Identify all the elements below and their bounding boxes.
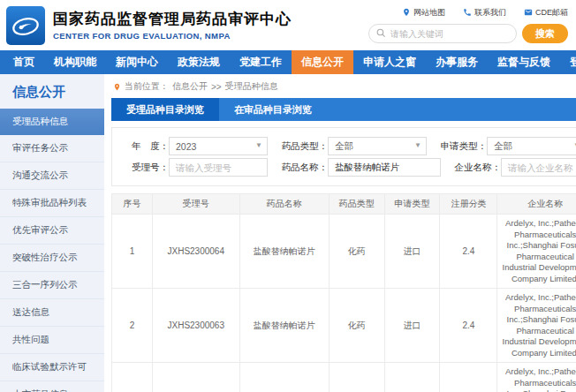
cell-drug_name: 盐酸替纳帕诺片 — [239, 215, 329, 289]
site-title: 国家药品监督管理局药品审评中心 — [53, 11, 368, 28]
chevron-down-icon: ▼ — [414, 141, 421, 149]
year-select-value: 2023 — [176, 141, 196, 152]
records-table: 序号受理号药品名称药品类型申请类型注册分类企业名称承办日期 1JXHS23000… — [111, 193, 576, 392]
sidebar: 信息公开 受理品种信息审评任务公示沟通交流公示特殊审批品种列表优先审评公示突破性… — [0, 74, 104, 392]
cell-reg_class: 2.4 — [440, 363, 497, 392]
tab-bar: 受理品种目录浏览在审品种目录浏览 — [111, 98, 576, 121]
sidebar-item-特殊审批品种列表[interactable]: 特殊审批品种列表 — [0, 190, 104, 217]
nav-item-登记备案平台[interactable]: 登记备案平台 — [560, 50, 576, 74]
breadcrumb-prefix: 当前位置： — [125, 80, 169, 93]
cell-apply_type: 进口 — [384, 215, 440, 289]
main-nav: 首页机构职能新闻中心政策法规党建工作信息公开申请人之窗办事服务监督与反馈登记备案… — [0, 50, 576, 74]
breadcrumb-separator: >> — [211, 82, 222, 92]
cell-drug_type: 化药 — [329, 215, 384, 289]
cell-company: Ardelyx, Inc.;Patheon Pharmaceuticals In… — [497, 289, 576, 363]
search-icon — [375, 27, 387, 39]
column-header-企业名称: 企业名称 — [497, 194, 576, 215]
column-header-受理号: 受理号 — [152, 194, 239, 215]
cell-drug_name: 盐酸替纳帕诺片 — [239, 363, 329, 392]
apply-type-select[interactable]: 全部 ▼ — [487, 137, 576, 155]
year-select[interactable]: 2023 ▼ — [169, 137, 268, 155]
cell-acceptance_no: JXHS2300062 — [152, 363, 239, 392]
apply-type-select-value: 全部 — [494, 140, 512, 153]
nav-item-党建工作[interactable]: 党建工作 — [230, 50, 292, 74]
header-link-网站地图[interactable]: 网站地图 — [402, 7, 445, 19]
breadcrumb-section[interactable]: 信息公开 — [172, 80, 208, 93]
header-link-CDE邮箱[interactable]: CDE邮箱 — [524, 7, 568, 19]
filter-panel: 年 度： 2023 ▼ 药品类型： 全部 ▼ 申请类型： 全部 ▼ — [111, 127, 576, 186]
sidebar-item-审评任务公示[interactable]: 审评任务公示 — [0, 135, 104, 162]
header-link-label: 网站地图 — [413, 7, 445, 19]
nav-item-监督与反馈[interactable]: 监督与反馈 — [488, 50, 560, 74]
cell-acceptance_no: JXHS2300063 — [152, 289, 239, 363]
cell-apply_type: 进口 — [384, 363, 440, 392]
company-name-label: 企业名称： — [450, 162, 501, 174]
drug-type-select[interactable]: 全部 ▼ — [328, 137, 427, 155]
cell-company: Ardelyx, Inc.;Patheon Pharmaceuticals In… — [497, 215, 576, 289]
sidebar-item-上市药品信息[interactable]: 上市药品信息 — [0, 381, 104, 392]
sidebar-item-优先审评公示[interactable]: 优先审评公示 — [0, 217, 104, 245]
nav-item-机构职能[interactable]: 机构职能 — [44, 50, 106, 74]
tab-受理品种目录浏览[interactable]: 受理品种目录浏览 — [111, 98, 219, 121]
nav-item-政策法规[interactable]: 政策法规 — [168, 50, 230, 74]
location-pin-icon — [113, 82, 121, 92]
cell-no: 2 — [112, 289, 153, 363]
cell-no: 1 — [112, 215, 153, 289]
cell-drug_type: 化药 — [329, 363, 384, 392]
column-header-申请类型: 申请类型 — [384, 194, 440, 215]
column-header-药品名称: 药品名称 — [239, 194, 329, 215]
mail-icon — [524, 8, 533, 19]
header-link-联系我们[interactable]: 联系我们 — [463, 7, 506, 19]
nav-item-新闻中心[interactable]: 新闻中心 — [106, 50, 168, 74]
breadcrumb-current: 受理品种信息 — [225, 80, 278, 93]
apply-type-label: 申请类型： — [436, 140, 487, 153]
company-name-input[interactable] — [501, 158, 576, 177]
drug-type-label: 药品类型： — [277, 140, 328, 153]
table-row: 1JXHS2300064盐酸替纳帕诺片化药进口2.4Ardelyx, Inc.;… — [112, 215, 576, 289]
site-subtitle: CENTER FOR DRUG EVALUATION, NMPA — [53, 31, 368, 41]
column-header-药品类型: 药品类型 — [329, 194, 384, 215]
location-pin-icon — [402, 8, 411, 19]
column-header-注册分类: 注册分类 — [440, 194, 497, 215]
cde-logo — [6, 6, 45, 45]
header-link-label: CDE邮箱 — [535, 7, 568, 19]
nav-item-信息公开[interactable]: 信息公开 — [292, 50, 353, 74]
year-label: 年 度： — [117, 140, 169, 153]
search-button[interactable]: 搜索 — [522, 24, 568, 43]
tab-在审品种目录浏览[interactable]: 在审品种目录浏览 — [219, 98, 327, 121]
sidebar-item-送达信息[interactable]: 送达信息 — [0, 299, 104, 327]
site-header: 国家药品监督管理局药品审评中心 CENTER FOR DRUG EVALUATI… — [0, 0, 576, 50]
table-row: 3JXHS2300062盐酸替纳帕诺片化药进口2.4Ardelyx, Inc.;… — [112, 363, 576, 392]
sidebar-item-受理品种信息[interactable]: 受理品种信息 — [0, 109, 104, 135]
column-header-序号: 序号 — [112, 194, 153, 215]
site-search — [368, 24, 517, 43]
header-quick-links: 网站地图联系我们CDE邮箱 — [402, 7, 568, 19]
cell-reg_class: 2.4 — [440, 289, 497, 363]
sidebar-item-临床试验默示许可[interactable]: 临床试验默示许可 — [0, 354, 104, 381]
drug-name-label: 药品名称： — [277, 162, 328, 174]
breadcrumb: 当前位置： 信息公开 >> 受理品种信息 — [111, 74, 576, 98]
cell-reg_class: 2.4 — [440, 215, 497, 289]
table-row: 2JXHS2300063盐酸替纳帕诺片化药进口2.4Ardelyx, Inc.;… — [112, 289, 576, 363]
search-input[interactable] — [368, 24, 517, 43]
header-link-label: 联系我们 — [474, 7, 506, 19]
acceptance-no-input[interactable] — [169, 158, 268, 177]
nav-item-申请人之窗[interactable]: 申请人之窗 — [353, 50, 426, 74]
nav-item-首页[interactable]: 首页 — [4, 50, 44, 74]
drug-type-select-value: 全部 — [335, 140, 353, 153]
cell-no: 3 — [112, 363, 153, 392]
phone-icon — [463, 8, 472, 19]
cell-apply_type: 进口 — [384, 289, 440, 363]
cell-company: Ardelyx, Inc.;Patheon Pharmaceuticals In… — [497, 363, 576, 392]
drug-name-input[interactable] — [328, 158, 441, 177]
sidebar-title: 信息公开 — [0, 74, 104, 109]
sidebar-item-沟通交流公示[interactable]: 沟通交流公示 — [0, 162, 104, 190]
sidebar-item-共性问题[interactable]: 共性问题 — [0, 327, 104, 354]
cell-drug_type: 化药 — [329, 289, 384, 363]
chevron-down-icon: ▼ — [255, 141, 262, 149]
sidebar-item-突破性治疗公示[interactable]: 突破性治疗公示 — [0, 245, 104, 272]
sidebar-item-三合一序列公示[interactable]: 三合一序列公示 — [0, 272, 104, 299]
acceptance-no-label: 受理号： — [117, 162, 169, 174]
cell-acceptance_no: JXHS2300064 — [152, 215, 239, 289]
nav-item-办事服务[interactable]: 办事服务 — [426, 50, 488, 74]
